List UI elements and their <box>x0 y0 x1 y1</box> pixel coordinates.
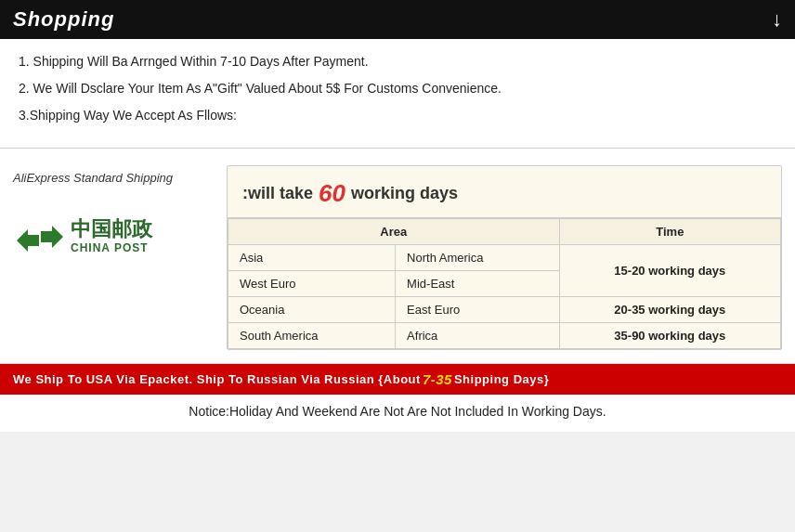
china-post-text: 中国邮政 CHINA POST <box>71 217 152 254</box>
will-take-prefix: :will take <box>242 184 313 203</box>
col-area-header: Area <box>228 219 560 245</box>
shipping-section: AliExpress Standard Shipping <box>0 149 795 364</box>
table-row: Oceania East Euro 20-35 working days <box>228 297 781 323</box>
time-cell-3: 35-90 working days <box>559 323 780 349</box>
will-take-suffix: working days <box>351 184 458 203</box>
left-panel: AliExpress Standard Shipping <box>13 165 227 350</box>
table-row: South America Africa 35-90 working days <box>228 323 781 349</box>
header-bar: Shopping ↓ <box>0 0 795 39</box>
header-arrow: ↓ <box>772 7 782 32</box>
col-time-header: Time <box>559 219 780 245</box>
footer-text: Notice:Holiday And Weekend Are Not Are N… <box>189 404 606 419</box>
area2-cell-3: Africa <box>396 323 560 349</box>
time-cell-1: 20-35 working days <box>559 297 780 323</box>
china-chinese-text: 中国邮政 <box>71 217 152 241</box>
footer-notice: Notice:Holiday And Weekend Are Not Are N… <box>0 395 795 432</box>
red-notice-after: Shipping Days} <box>454 372 549 386</box>
table-row: Asia North America 15-20 working days <box>228 245 781 271</box>
main-container: Shopping ↓ 1. Shipping Will Ba Arrnged W… <box>0 0 795 432</box>
area1-cell-2: Oceania <box>228 297 396 323</box>
china-post-logo: 中国邮政 CHINA POST <box>13 211 152 261</box>
time-cell-0: 15-20 working days <box>559 245 780 297</box>
table-header-row: Area Time <box>228 219 781 245</box>
info-line-3: 3.Shipping Way We Accept As Fllows: <box>19 106 776 125</box>
area2-cell-0: North America <box>396 245 560 271</box>
info-section: 1. Shipping Will Ba Arrnged Within 7-10 … <box>0 39 795 149</box>
red-notice-bar: We Ship To USA Via Epacket. Ship To Russ… <box>0 364 795 395</box>
china-english-text: CHINA POST <box>71 241 149 254</box>
red-notice-before: We Ship To USA Via Epacket. Ship To Russ… <box>13 372 421 386</box>
info-line-2: 2. We Will Dsclare Your Item As A"Gift" … <box>19 79 776 98</box>
will-take-number: 60 <box>319 179 345 208</box>
area2-cell-1: Mid-East <box>396 271 560 297</box>
aliexpress-label: AliExpress Standard Shipping <box>13 171 173 185</box>
area1-cell-1: West Euro <box>228 271 396 297</box>
area1-cell-3: South America <box>228 323 396 349</box>
area1-cell-0: Asia <box>228 245 396 271</box>
red-notice-days: 7-35 <box>423 371 452 387</box>
header-title: Shopping <box>13 7 114 32</box>
info-line-1: 1. Shipping Will Ba Arrnged Within 7-10 … <box>19 52 776 71</box>
shipping-table: Area Time Asia North America 15-20 worki… <box>228 218 781 349</box>
area2-cell-2: East Euro <box>396 297 560 323</box>
right-panel: :will take 60 working days Area Time Asi… <box>227 165 782 350</box>
china-post-icon <box>13 211 63 261</box>
will-take-row: :will take 60 working days <box>228 166 781 218</box>
